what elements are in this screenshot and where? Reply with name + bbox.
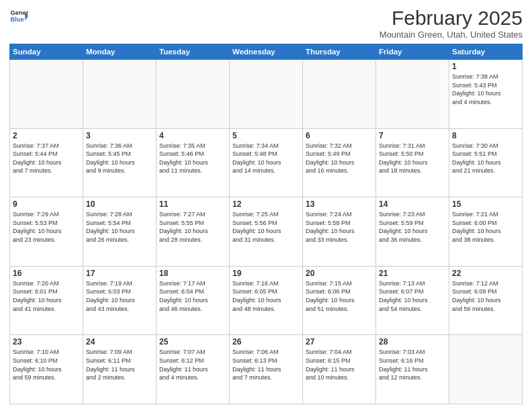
day-info: Sunrise: 7:25 AM Sunset: 5:56 PM Dayligh… (232, 210, 300, 244)
day-info: Sunrise: 7:37 AM Sunset: 5:44 PM Dayligh… (13, 142, 80, 175)
day-number: 7 (379, 131, 446, 140)
day-cell (10, 60, 83, 129)
day-cell: 21Sunrise: 7:13 AM Sunset: 6:07 PM Dayli… (376, 266, 449, 335)
week-row-3: 16Sunrise: 7:20 AM Sunset: 6:01 PM Dayli… (10, 266, 523, 335)
day-info: Sunrise: 7:35 AM Sunset: 5:46 PM Dayligh… (159, 142, 226, 175)
day-info: Sunrise: 7:38 AM Sunset: 5:43 PM Dayligh… (452, 73, 519, 106)
day-cell: 23Sunrise: 7:10 AM Sunset: 6:10 PM Dayli… (10, 335, 83, 404)
day-cell: 20Sunrise: 7:15 AM Sunset: 6:06 PM Dayli… (303, 266, 376, 335)
day-cell (303, 60, 376, 129)
day-info: Sunrise: 7:03 AM Sunset: 6:16 PM Dayligh… (379, 348, 446, 381)
col-header-thursday: Thursday (303, 44, 376, 60)
day-cell: 22Sunrise: 7:12 AM Sunset: 6:09 PM Dayli… (449, 266, 523, 335)
day-number: 21 (379, 269, 446, 278)
day-number: 28 (379, 337, 446, 347)
day-info: Sunrise: 7:17 AM Sunset: 6:04 PM Dayligh… (159, 279, 226, 313)
day-number: 16 (13, 269, 80, 278)
day-number: 3 (86, 131, 153, 140)
day-info: Sunrise: 7:04 AM Sunset: 6:15 PM Dayligh… (306, 348, 373, 381)
day-info: Sunrise: 7:32 AM Sunset: 5:49 PM Dayligh… (306, 142, 373, 175)
day-cell: 16Sunrise: 7:20 AM Sunset: 6:01 PM Dayli… (10, 266, 83, 335)
col-header-saturday: Saturday (449, 44, 523, 60)
logo-icon: General Blue (9, 7, 28, 26)
day-cell: 6Sunrise: 7:32 AM Sunset: 5:49 PM Daylig… (303, 128, 376, 197)
day-number: 11 (159, 199, 226, 209)
day-number: 27 (306, 337, 373, 347)
day-info: Sunrise: 7:19 AM Sunset: 6:03 PM Dayligh… (86, 279, 153, 313)
day-number: 13 (306, 199, 373, 209)
day-info: Sunrise: 7:13 AM Sunset: 6:07 PM Dayligh… (379, 279, 446, 313)
day-info: Sunrise: 7:07 AM Sunset: 6:12 PM Dayligh… (159, 348, 226, 381)
day-cell: 13Sunrise: 7:24 AM Sunset: 5:58 PM Dayli… (303, 197, 376, 267)
day-info: Sunrise: 7:20 AM Sunset: 6:01 PM Dayligh… (13, 279, 80, 313)
day-info: Sunrise: 7:30 AM Sunset: 5:51 PM Dayligh… (452, 142, 519, 175)
day-cell: 25Sunrise: 7:07 AM Sunset: 6:12 PM Dayli… (157, 335, 230, 404)
day-cell: 10Sunrise: 7:28 AM Sunset: 5:54 PM Dayli… (83, 197, 157, 267)
logo-area: General Blue (9, 7, 28, 26)
day-info: Sunrise: 7:23 AM Sunset: 5:59 PM Dayligh… (379, 210, 446, 244)
week-row-0: 1Sunrise: 7:38 AM Sunset: 5:43 PM Daylig… (10, 60, 523, 129)
day-cell (157, 60, 230, 129)
calendar-table: SundayMondayTuesdayWednesdayThursdayFrid… (9, 44, 523, 404)
day-number: 14 (379, 199, 446, 209)
day-number: 19 (232, 269, 300, 278)
day-cell: 12Sunrise: 7:25 AM Sunset: 5:56 PM Dayli… (230, 197, 303, 267)
title-area: February 2025 Mountain Green, Utah, Unit… (380, 7, 523, 40)
day-cell: 24Sunrise: 7:09 AM Sunset: 6:11 PM Dayli… (83, 335, 157, 404)
day-cell: 7Sunrise: 7:31 AM Sunset: 5:50 PM Daylig… (376, 128, 449, 197)
day-number: 15 (452, 199, 519, 209)
day-info: Sunrise: 7:06 AM Sunset: 6:13 PM Dayligh… (232, 348, 300, 381)
day-cell (449, 335, 523, 404)
day-number: 1 (452, 62, 519, 71)
day-info: Sunrise: 7:21 AM Sunset: 6:00 PM Dayligh… (452, 210, 519, 244)
day-cell: 11Sunrise: 7:27 AM Sunset: 5:55 PM Dayli… (157, 197, 230, 267)
day-cell: 28Sunrise: 7:03 AM Sunset: 6:16 PM Dayli… (376, 335, 449, 404)
calendar-subtitle: Mountain Green, Utah, United States (380, 30, 523, 40)
day-info: Sunrise: 7:12 AM Sunset: 6:09 PM Dayligh… (452, 279, 519, 313)
day-number: 2 (13, 131, 80, 140)
day-info: Sunrise: 7:34 AM Sunset: 5:48 PM Dayligh… (232, 142, 300, 175)
day-info: Sunrise: 7:15 AM Sunset: 6:06 PM Dayligh… (306, 279, 373, 313)
day-number: 22 (452, 269, 519, 278)
day-cell: 5Sunrise: 7:34 AM Sunset: 5:48 PM Daylig… (230, 128, 303, 197)
week-row-2: 9Sunrise: 7:29 AM Sunset: 5:53 PM Daylig… (10, 197, 523, 267)
day-cell: 26Sunrise: 7:06 AM Sunset: 6:13 PM Dayli… (230, 335, 303, 404)
day-number: 12 (232, 199, 300, 209)
week-row-4: 23Sunrise: 7:10 AM Sunset: 6:10 PM Dayli… (10, 335, 523, 404)
day-number: 9 (13, 199, 80, 209)
day-number: 26 (232, 337, 300, 347)
day-cell: 3Sunrise: 7:36 AM Sunset: 5:45 PM Daylig… (83, 128, 157, 197)
header-row: SundayMondayTuesdayWednesdayThursdayFrid… (10, 44, 523, 60)
col-header-sunday: Sunday (10, 44, 83, 60)
col-header-wednesday: Wednesday (230, 44, 303, 60)
day-cell: 15Sunrise: 7:21 AM Sunset: 6:00 PM Dayli… (449, 197, 523, 267)
day-number: 18 (159, 269, 226, 278)
day-info: Sunrise: 7:10 AM Sunset: 6:10 PM Dayligh… (13, 348, 80, 381)
header: General Blue February 2025 Mountain Gree… (9, 7, 523, 40)
day-cell: 2Sunrise: 7:37 AM Sunset: 5:44 PM Daylig… (10, 128, 83, 197)
day-cell: 1Sunrise: 7:38 AM Sunset: 5:43 PM Daylig… (449, 60, 523, 129)
day-info: Sunrise: 7:24 AM Sunset: 5:58 PM Dayligh… (306, 210, 373, 244)
day-number: 6 (306, 131, 373, 140)
day-info: Sunrise: 7:31 AM Sunset: 5:50 PM Dayligh… (379, 142, 446, 175)
day-cell (376, 60, 449, 129)
day-info: Sunrise: 7:16 AM Sunset: 6:05 PM Dayligh… (232, 279, 300, 313)
day-cell: 18Sunrise: 7:17 AM Sunset: 6:04 PM Dayli… (157, 266, 230, 335)
day-info: Sunrise: 7:28 AM Sunset: 5:54 PM Dayligh… (86, 210, 153, 244)
day-cell: 19Sunrise: 7:16 AM Sunset: 6:05 PM Dayli… (230, 266, 303, 335)
day-number: 20 (306, 269, 373, 278)
day-cell (230, 60, 303, 129)
calendar-page: General Blue February 2025 Mountain Gree… (0, 0, 532, 411)
calendar-title: February 2025 (380, 7, 523, 30)
day-cell: 17Sunrise: 7:19 AM Sunset: 6:03 PM Dayli… (83, 266, 157, 335)
day-info: Sunrise: 7:27 AM Sunset: 5:55 PM Dayligh… (159, 210, 226, 244)
day-info: Sunrise: 7:36 AM Sunset: 5:45 PM Dayligh… (86, 142, 153, 175)
col-header-monday: Monday (83, 44, 157, 60)
day-number: 10 (86, 199, 153, 209)
day-number: 25 (159, 337, 226, 347)
day-info: Sunrise: 7:09 AM Sunset: 6:11 PM Dayligh… (86, 348, 153, 381)
day-cell: 14Sunrise: 7:23 AM Sunset: 5:59 PM Dayli… (376, 197, 449, 267)
week-row-1: 2Sunrise: 7:37 AM Sunset: 5:44 PM Daylig… (10, 128, 523, 197)
day-info: Sunrise: 7:29 AM Sunset: 5:53 PM Dayligh… (13, 210, 80, 244)
day-number: 8 (452, 131, 519, 140)
